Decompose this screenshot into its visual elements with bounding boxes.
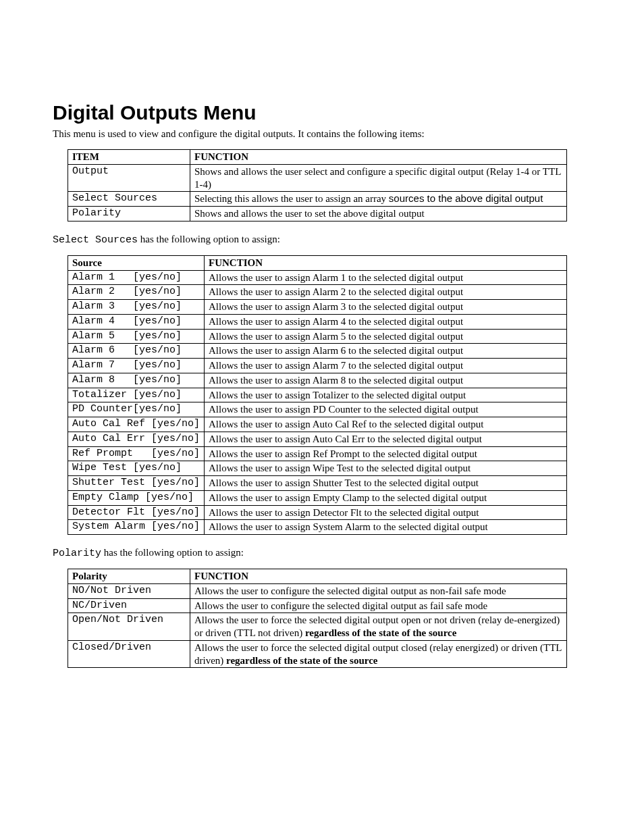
function-cell: Allows the user to assign Alarm 7 to the… <box>205 359 567 373</box>
table-row: PD Counter[yes/no]Allows the user to ass… <box>68 402 567 417</box>
function-cell: Allows the user to configure the selecte… <box>190 583 567 598</box>
source-cell: Alarm 5 [yes/no] <box>68 329 205 344</box>
function-cell: Allows the user to assign Ref Prompt to … <box>205 446 567 461</box>
table2-header-function: FUNCTION <box>205 255 567 270</box>
item-cell: Output <box>68 164 190 192</box>
table-row: Wipe Test [yes/no]Allows the user to ass… <box>68 461 567 476</box>
source-cell: Alarm 7 [yes/no] <box>68 359 205 373</box>
table-row: Select Sources Selecting this allows the… <box>68 192 567 207</box>
table-row: Totalizer [yes/no]Allows the user to ass… <box>68 388 567 402</box>
function-cell: Shows and allows the user select and con… <box>190 164 567 192</box>
function-cell: Allows the user to assign Auto Cal Err t… <box>205 432 567 446</box>
polarity-cell: NC/Driven <box>68 598 190 613</box>
table-row: Alarm 3 [yes/no]Allows the user to assig… <box>68 300 567 315</box>
table-row: Alarm 4 [yes/no]Allows the user to assig… <box>68 314 567 329</box>
source-cell: Detector Flt [yes/no] <box>68 505 205 520</box>
source-cell: Ref Prompt [yes/no] <box>68 446 205 461</box>
function-cell: Allows the user to assign System Alarm t… <box>205 520 567 535</box>
table1-header-item: ITEM <box>68 150 190 165</box>
table-row: System Alarm [yes/no]Allows the user to … <box>68 520 567 535</box>
table-row: Auto Cal Err [yes/no]Allows the user to … <box>68 432 567 446</box>
table-row: Shutter Test [yes/no]Allows the user to … <box>68 476 567 491</box>
source-cell: Alarm 3 [yes/no] <box>68 300 205 315</box>
page-title: Digital Outputs Menu <box>53 101 591 124</box>
source-cell: Alarm 1 [yes/no] <box>68 270 205 285</box>
function-cell: Allows the user to assign Alarm 4 to the… <box>205 314 567 329</box>
table-row: Open/Not Driven Allows the user to force… <box>68 613 567 641</box>
function-cell: Allows the user to assign Wipe Test to t… <box>205 461 567 476</box>
function-cell: Allows the user to assign PD Counter to … <box>205 402 567 417</box>
intro-text: This menu is used to view and configure … <box>53 128 591 140</box>
source-cell: Empty Clamp [yes/no] <box>68 490 205 505</box>
table-row: Alarm 7 [yes/no]Allows the user to assig… <box>68 359 567 373</box>
polarity-table: Polarity FUNCTION NO/Not Driven Allows t… <box>68 569 567 668</box>
table-row: Closed/Driven Allows the user to force t… <box>68 640 567 668</box>
function-cell: Allows the user to assign Detector Flt t… <box>205 505 567 520</box>
table-row: Detector Flt [yes/no]Allows the user to … <box>68 505 567 520</box>
item-cell: Select Sources <box>68 192 190 207</box>
function-cell: Allows the user to assign Shutter Test t… <box>205 476 567 491</box>
polarity-para: Polarity has the following option to ass… <box>53 547 591 559</box>
table-row: Alarm 6 [yes/no]Allows the user to assig… <box>68 344 567 359</box>
function-cell: Allows the user to assign Alarm 8 to the… <box>205 373 567 388</box>
table-row: NC/Driven Allows the user to configure t… <box>68 598 567 613</box>
polarity-label: Polarity <box>53 548 101 559</box>
function-cell: Allows the user to assign Alarm 2 to the… <box>205 285 567 300</box>
sources-table: Source FUNCTION Alarm 1 [yes/no]Allows t… <box>68 255 567 535</box>
polarity-cell: Open/Not Driven <box>68 613 190 641</box>
source-cell: System Alarm [yes/no] <box>68 520 205 535</box>
function-cell: Allows the user to assign Empty Clamp to… <box>205 490 567 505</box>
select-sources-para: Select Sources has the following option … <box>53 234 591 246</box>
function-cell: Allows the user to configure the selecte… <box>190 598 567 613</box>
source-cell: Shutter Test [yes/no] <box>68 476 205 491</box>
item-cell: Polarity <box>68 207 190 221</box>
table3-header-polarity: Polarity <box>68 569 190 584</box>
table-row: Alarm 5 [yes/no]Allows the user to assig… <box>68 329 567 344</box>
items-table: ITEM FUNCTION Output Shows and allows th… <box>68 149 567 221</box>
table-row: Alarm 8 [yes/no]Allows the user to assig… <box>68 373 567 388</box>
source-cell: PD Counter[yes/no] <box>68 402 205 417</box>
select-sources-label: Select Sources <box>53 234 138 246</box>
function-cell: Allows the user to force the selected di… <box>190 640 567 668</box>
polarity-cell: NO/Not Driven <box>68 583 190 598</box>
polarity-cell: Closed/Driven <box>68 640 190 668</box>
function-cell: Allows the user to force the selected di… <box>190 613 567 641</box>
source-cell: Auto Cal Err [yes/no] <box>68 432 205 446</box>
source-cell: Alarm 8 [yes/no] <box>68 373 205 388</box>
function-cell: Allows the user to assign Alarm 5 to the… <box>205 329 567 344</box>
function-cell: Allows the user to assign Alarm 3 to the… <box>205 300 567 315</box>
table-row: Alarm 2 [yes/no]Allows the user to assig… <box>68 285 567 300</box>
table2-header-source: Source <box>68 255 205 270</box>
table-row: NO/Not Driven Allows the user to configu… <box>68 583 567 598</box>
table-row: Auto Cal Ref [yes/no]Allows the user to … <box>68 417 567 432</box>
table-row: Ref Prompt [yes/no]Allows the user to as… <box>68 446 567 461</box>
table-row: Output Shows and allows the user select … <box>68 164 567 192</box>
source-cell: Alarm 6 [yes/no] <box>68 344 205 359</box>
table-row: Empty Clamp [yes/no]Allows the user to a… <box>68 490 567 505</box>
function-cell: Shows and allows the user to set the abo… <box>190 207 567 221</box>
source-cell: Auto Cal Ref [yes/no] <box>68 417 205 432</box>
table-row: Alarm 1 [yes/no]Allows the user to assig… <box>68 270 567 285</box>
function-cell: Allows the user to assign Alarm 6 to the… <box>205 344 567 359</box>
source-cell: Alarm 2 [yes/no] <box>68 285 205 300</box>
table1-header-function: FUNCTION <box>190 150 567 165</box>
function-cell: Allows the user to assign Totalizer to t… <box>205 388 567 402</box>
table3-header-function: FUNCTION <box>190 569 567 584</box>
source-cell: Totalizer [yes/no] <box>68 388 205 402</box>
source-cell: Wipe Test [yes/no] <box>68 461 205 476</box>
table-row: Polarity Shows and allows the user to se… <box>68 207 567 221</box>
source-cell: Alarm 4 [yes/no] <box>68 314 205 329</box>
function-cell: Selecting this allows the user to assign… <box>190 192 567 207</box>
function-cell: Allows the user to assign Auto Cal Ref t… <box>205 417 567 432</box>
function-cell: Allows the user to assign Alarm 1 to the… <box>205 270 567 285</box>
